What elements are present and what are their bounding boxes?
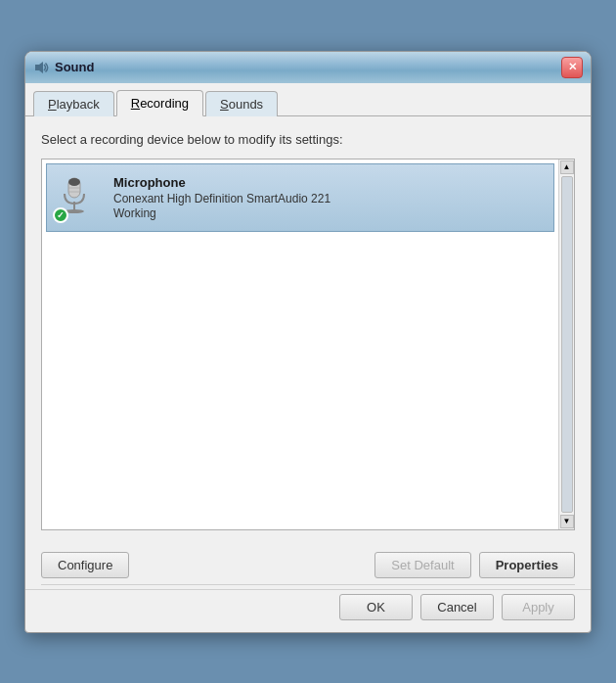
window-title: Sound (55, 60, 94, 74)
device-status: Working (113, 206, 548, 220)
cancel-button[interactable]: Cancel (420, 594, 494, 620)
speaker-icon (33, 60, 49, 75)
content-area: Select a recording device below to modif… (25, 116, 591, 542)
default-properties-group: Set Default Properties (374, 552, 575, 578)
device-list-inner: Microphone Conexant High Definition Smar… (42, 159, 558, 529)
device-list: Microphone Conexant High Definition Smar… (41, 159, 575, 530)
action-bar: Configure Set Default Properties (25, 542, 591, 584)
tab-bar: Playback Recording Sounds (25, 83, 591, 116)
scrollbar-down[interactable]: ▼ (560, 515, 574, 528)
tab-sounds-label: ounds (229, 97, 263, 112)
sound-dialog: Sound ✕ Playback Recording Sounds Select… (24, 51, 592, 633)
svg-marker-0 (35, 62, 43, 73)
status-badge-working (53, 207, 68, 223)
device-description: Conexant High Definition SmartAudio 221 (113, 192, 548, 205)
device-info: Microphone Conexant High Definition Smar… (113, 175, 548, 220)
device-icon-container (53, 172, 104, 223)
ok-button[interactable]: OK (339, 594, 413, 620)
title-bar: Sound ✕ (25, 52, 591, 83)
instruction-text: Select a recording device below to modif… (41, 132, 575, 147)
device-item-microphone[interactable]: Microphone Conexant High Definition Smar… (46, 163, 554, 232)
device-name: Microphone (113, 175, 548, 190)
apply-button[interactable]: Apply (502, 594, 575, 620)
scrollbar-up[interactable]: ▲ (560, 160, 574, 174)
tab-playback[interactable]: Playback (33, 91, 114, 116)
tab-recording-label: ecording (140, 96, 189, 111)
tab-sounds[interactable]: Sounds (205, 91, 278, 116)
divider (41, 584, 575, 585)
configure-button[interactable]: Configure (41, 552, 129, 578)
properties-button[interactable]: Properties (479, 552, 575, 578)
svg-rect-7 (68, 178, 80, 186)
set-default-button[interactable]: Set Default (374, 552, 470, 578)
scrollbar[interactable]: ▲ ▼ (558, 159, 574, 529)
dialog-buttons: OK Cancel Apply (25, 589, 591, 632)
tab-playback-label: layback (57, 97, 100, 112)
tab-recording[interactable]: Recording (116, 90, 203, 116)
scrollbar-thumb[interactable] (561, 176, 573, 513)
close-button[interactable]: ✕ (561, 57, 583, 78)
